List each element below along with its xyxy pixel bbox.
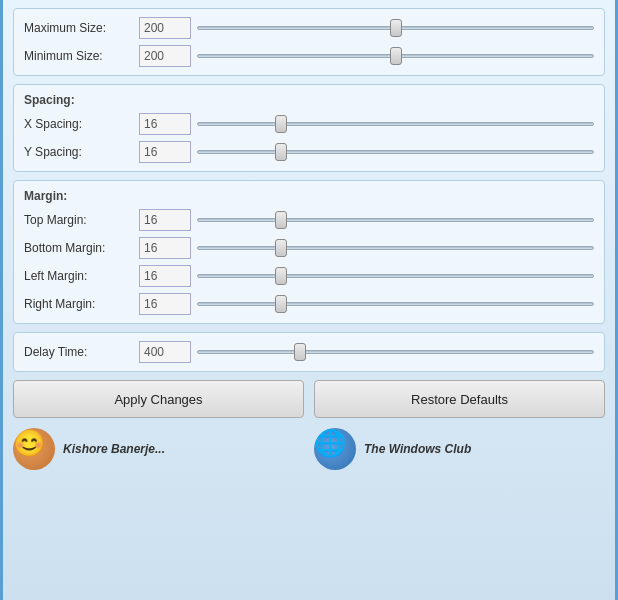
x-spacing-row: X Spacing: — [24, 113, 594, 135]
right-margin-label: Right Margin: — [24, 297, 139, 311]
min-size-input[interactable] — [139, 45, 191, 67]
left-margin-row: Left Margin: — [24, 265, 594, 287]
top-margin-row: Top Margin: — [24, 209, 594, 231]
y-spacing-slider[interactable] — [197, 150, 594, 154]
max-size-input[interactable] — [139, 17, 191, 39]
main-container: Maximum Size: Minimum Size: Spacing: X S… — [0, 0, 618, 600]
x-spacing-input[interactable] — [139, 113, 191, 135]
min-size-row: Minimum Size: — [24, 45, 594, 67]
max-size-label: Maximum Size: — [24, 21, 139, 35]
spacing-title: Spacing: — [24, 93, 594, 107]
top-margin-slider-container — [197, 218, 594, 222]
footer-item-2: 🌐 The Windows Club — [314, 428, 605, 470]
top-margin-input[interactable] — [139, 209, 191, 231]
apply-changes-button[interactable]: Apply Changes — [13, 380, 304, 418]
min-size-label: Minimum Size: — [24, 49, 139, 63]
right-margin-row: Right Margin: — [24, 293, 594, 315]
avatar-1: 😊 — [13, 428, 55, 470]
delay-section: Delay Time: — [13, 332, 605, 372]
y-spacing-label: Y Spacing: — [24, 145, 139, 159]
right-margin-input[interactable] — [139, 293, 191, 315]
max-size-row: Maximum Size: — [24, 17, 594, 39]
footer-name-1: Kishore Banerje... — [63, 442, 165, 456]
buttons-row: Apply Changes Restore Defaults — [13, 380, 605, 418]
bottom-margin-input[interactable] — [139, 237, 191, 259]
bottom-margin-row: Bottom Margin: — [24, 237, 594, 259]
left-margin-slider-container — [197, 274, 594, 278]
max-size-slider[interactable] — [197, 26, 594, 30]
margin-section: Margin: Top Margin: Bottom Margin: Left … — [13, 180, 605, 324]
y-spacing-slider-container — [197, 150, 594, 154]
y-spacing-input[interactable] — [139, 141, 191, 163]
y-spacing-row: Y Spacing: — [24, 141, 594, 163]
restore-defaults-button[interactable]: Restore Defaults — [314, 380, 605, 418]
delay-slider[interactable] — [197, 350, 594, 354]
avatar-2: 🌐 — [314, 428, 356, 470]
delay-input[interactable] — [139, 341, 191, 363]
left-margin-label: Left Margin: — [24, 269, 139, 283]
size-section: Maximum Size: Minimum Size: — [13, 8, 605, 76]
delay-slider-container — [197, 350, 594, 354]
right-margin-slider[interactable] — [197, 302, 594, 306]
footer-item-1: 😊 Kishore Banerje... — [13, 428, 304, 470]
bottom-margin-slider[interactable] — [197, 246, 594, 250]
footer-row: 😊 Kishore Banerje... 🌐 The Windows Club — [13, 428, 605, 470]
top-margin-label: Top Margin: — [24, 213, 139, 227]
footer-name-2: The Windows Club — [364, 442, 471, 456]
x-spacing-label: X Spacing: — [24, 117, 139, 131]
max-size-slider-container — [197, 26, 594, 30]
spacing-section: Spacing: X Spacing: Y Spacing: — [13, 84, 605, 172]
left-margin-slider[interactable] — [197, 274, 594, 278]
min-size-slider-container — [197, 54, 594, 58]
x-spacing-slider-container — [197, 122, 594, 126]
min-size-slider[interactable] — [197, 54, 594, 58]
bottom-margin-slider-container — [197, 246, 594, 250]
delay-label: Delay Time: — [24, 345, 139, 359]
right-margin-slider-container — [197, 302, 594, 306]
margin-title: Margin: — [24, 189, 594, 203]
bottom-margin-label: Bottom Margin: — [24, 241, 139, 255]
left-margin-input[interactable] — [139, 265, 191, 287]
top-margin-slider[interactable] — [197, 218, 594, 222]
x-spacing-slider[interactable] — [197, 122, 594, 126]
